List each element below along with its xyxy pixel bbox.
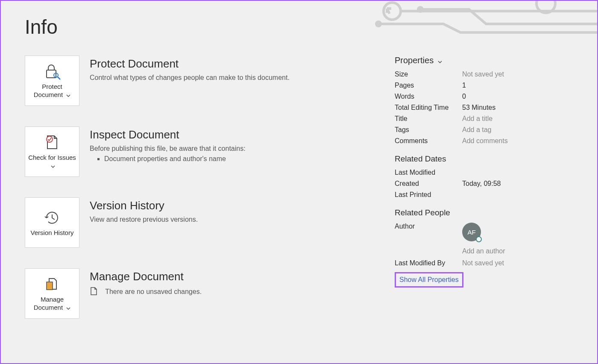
manage-document-desc: There are no unsaved changes. [105, 288, 202, 295]
properties-dropdown[interactable]: Properties [395, 56, 572, 65]
editing-time-value: 53 Minutes [462, 104, 495, 112]
comments-label: Comments [395, 137, 462, 145]
check-for-issues-button[interactable]: Check for Issues [25, 126, 79, 177]
last-modified-by-label: Last Modified By [395, 259, 462, 267]
properties-panel: Properties SizeNot saved yet Pages1 Word… [392, 56, 572, 339]
chevron-down-icon [66, 94, 70, 97]
title-field[interactable]: Add a title [462, 115, 492, 123]
words-value: 0 [462, 93, 466, 100]
version-history-heading: Version History [90, 199, 198, 212]
svg-point-1 [418, 7, 422, 12]
author-initials: AF [467, 229, 475, 236]
related-people-heading: Related People [395, 208, 572, 217]
last-modified-by-value: Not saved yet [462, 259, 504, 267]
svg-point-3 [536, 1, 555, 13]
words-label: Words [395, 93, 462, 100]
protect-document-desc: Control what types of changes people can… [90, 74, 290, 82]
protect-document-button[interactable]: Protect Document [25, 56, 79, 106]
chevron-down-icon [438, 61, 442, 63]
inspect-issue-item: Document properties and author's name [104, 155, 246, 163]
show-all-properties-link[interactable]: Show All Properties [399, 276, 459, 283]
created-value: Today, 09:58 [462, 180, 501, 188]
version-history-button[interactable]: Version History [25, 197, 79, 248]
manage-document-button[interactable]: Manage Document [25, 268, 79, 319]
check-for-issues-label: Check for Issues [28, 154, 76, 161]
inspect-document-heading: Inspect Document [90, 128, 246, 141]
document-check-icon [43, 133, 61, 152]
related-dates-heading: Related Dates [395, 154, 572, 164]
protect-document-label: Protect Document [34, 83, 63, 98]
history-clock-icon [43, 208, 61, 227]
documents-stack-icon [43, 275, 61, 294]
protect-document-heading: Protect Document [90, 57, 290, 70]
svg-rect-8 [47, 282, 53, 290]
add-author-link[interactable]: Add an author [462, 247, 505, 255]
comments-field[interactable]: Add comments [462, 137, 508, 145]
svg-point-6 [56, 75, 57, 76]
editing-time-label: Total Editing Time [395, 104, 462, 112]
pages-value: 1 [462, 82, 466, 89]
chevron-down-icon [66, 307, 70, 310]
tags-label: Tags [395, 126, 462, 134]
manage-document-label: Manage Document [34, 296, 64, 311]
last-modified-label: Last Modified [395, 169, 462, 176]
version-history-desc: View and restore previous versions. [90, 216, 198, 223]
presence-badge-icon [476, 236, 482, 242]
size-label: Size [395, 70, 462, 78]
page-title: Info [25, 15, 597, 38]
document-small-icon [90, 287, 98, 298]
last-printed-label: Last Printed [395, 191, 462, 199]
title-label: Title [395, 115, 462, 123]
show-all-properties-highlight: Show All Properties [395, 272, 463, 288]
lock-key-icon [43, 62, 61, 81]
chevron-down-icon [51, 165, 55, 168]
size-value: Not saved yet [462, 70, 504, 78]
author-avatar[interactable]: AF [462, 223, 481, 241]
svg-point-7 [47, 136, 53, 142]
tags-field[interactable]: Add a tag [462, 126, 492, 134]
created-label: Created [395, 180, 462, 188]
author-label: Author [395, 223, 462, 255]
info-actions-column: Protect Document Protect Document Contro… [25, 56, 392, 339]
pages-label: Pages [395, 82, 462, 89]
manage-document-heading: Manage Document [90, 270, 202, 283]
version-history-label: Version History [31, 229, 74, 236]
inspect-document-desc: Before publishing this file, be aware th… [90, 145, 246, 153]
